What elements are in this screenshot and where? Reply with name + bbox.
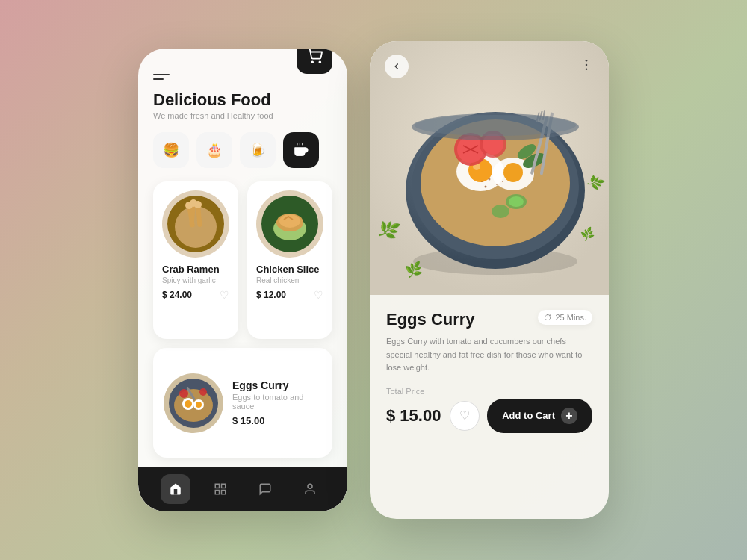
category-row: 🍔 🎂 🍺 [153, 132, 332, 168]
chicken-name: Chicken Slice [256, 264, 323, 275]
favorite-button[interactable]: ♡ [450, 401, 480, 431]
svg-point-64 [502, 181, 503, 182]
app-title: Delicious Food [153, 90, 332, 110]
food-card-eggs-curry[interactable]: Eggs Curry Eggs to tomato and sauce $ 15… [153, 348, 332, 458]
crab-ramen-desc: Spicy with garlic [162, 276, 229, 284]
add-to-cart-button[interactable]: Add to Cart + [487, 399, 592, 433]
app-subtitle: We made fresh and Healthy food [153, 111, 332, 120]
cat-food[interactable] [283, 132, 319, 168]
back-button[interactable] [385, 55, 409, 78]
clock-icon: ⏱ [544, 313, 552, 322]
eggs-curry-name: Eggs Curry [232, 379, 322, 391]
action-row: ♡ Add to Cart + [450, 399, 592, 433]
svg-point-32 [586, 59, 588, 61]
chicken-favorite[interactable]: ♡ [314, 289, 323, 301]
leaf-2: 🌿 [404, 260, 423, 279]
cat-cake[interactable]: 🎂 [196, 132, 232, 168]
left-phone: Delicious Food We made fresh and Healthy… [138, 49, 347, 511]
crab-ramen-footer: $ 24.00 ♡ [162, 289, 229, 301]
svg-point-61 [489, 178, 491, 181]
svg-point-65 [481, 181, 483, 182]
chicken-image [256, 190, 323, 258]
svg-point-52 [509, 196, 524, 207]
svg-point-0 [311, 61, 313, 63]
svg-point-34 [586, 68, 588, 70]
svg-rect-27 [215, 484, 219, 488]
svg-point-33 [586, 63, 588, 66]
svg-point-67 [415, 115, 576, 136]
svg-point-16 [279, 214, 300, 228]
cat-burger[interactable]: 🍔 [153, 132, 189, 168]
detail-title: Eggs Curry [386, 310, 475, 329]
eggs-curry-price: $ 15.00 [232, 415, 322, 426]
crab-ramen-favorite[interactable]: ♡ [220, 289, 229, 301]
svg-rect-28 [222, 484, 226, 488]
chicken-price: $ 12.00 [256, 290, 286, 300]
crab-ramen-name: Crab Ramen [162, 264, 229, 275]
food-card-chicken[interactable]: Chicken Slice Real chicken $ 12.00 ♡ [247, 181, 332, 339]
detail-description: Eggs Curry with tomato and cucumbers our… [386, 335, 592, 375]
svg-rect-29 [222, 491, 226, 494]
chicken-desc: Real chicken [256, 276, 323, 284]
svg-point-31 [308, 484, 312, 488]
svg-rect-30 [215, 491, 219, 494]
cart-button[interactable] [297, 49, 332, 74]
crab-ramen-price: $ 24.00 [162, 290, 192, 300]
right-phone: 🌿 🌿 🌿 🌿 Eggs Curry ⏱ 25 Mins. Eggs Curry… [370, 41, 609, 519]
nav-profile[interactable] [295, 474, 325, 504]
add-to-cart-label: Add to Cart [502, 410, 555, 421]
nav-orders[interactable] [205, 474, 235, 504]
menu-icon[interactable] [153, 74, 170, 80]
food-hero: 🌿 🌿 🌿 🌿 [370, 41, 609, 295]
total-label: Total Price [386, 387, 592, 396]
detail-title-row: Eggs Curry ⏱ 25 Mins. [386, 310, 592, 329]
plus-icon: + [561, 408, 577, 424]
nav-messages[interactable] [250, 474, 280, 504]
svg-point-6 [175, 206, 217, 248]
more-options-button[interactable] [579, 57, 594, 76]
svg-point-53 [492, 205, 509, 218]
svg-point-63 [485, 186, 487, 188]
time-badge: ⏱ 25 Mins. [538, 310, 592, 325]
crab-ramen-image [162, 190, 229, 258]
svg-point-12 [194, 201, 202, 208]
svg-point-24 [179, 389, 188, 398]
bottom-action: $ 15.00 ♡ Add to Cart + [386, 399, 592, 433]
eggs-curry-image [164, 373, 223, 433]
title-section: Delicious Food We made fresh and Healthy… [153, 90, 332, 120]
svg-point-23 [196, 402, 202, 408]
svg-point-21 [185, 400, 192, 408]
eggs-curry-info: Eggs Curry Eggs to tomato and sauce $ 15… [232, 379, 322, 426]
left-header [153, 74, 332, 80]
svg-point-1 [319, 61, 320, 63]
food-grid: Crab Ramen Spicy with garlic $ 24.00 ♡ C… [153, 181, 332, 458]
food-card-crab-ramen[interactable]: Crab Ramen Spicy with garlic $ 24.00 ♡ [153, 181, 238, 339]
bottom-nav [138, 467, 347, 511]
chicken-footer: $ 12.00 ♡ [256, 289, 323, 301]
eggs-curry-desc: Eggs to tomato and sauce [232, 393, 322, 411]
total-price: $ 15.00 [386, 406, 441, 426]
cat-beer[interactable]: 🍺 [240, 132, 276, 168]
svg-point-44 [503, 163, 523, 182]
right-content: Eggs Curry ⏱ 25 Mins. Eggs Curry with to… [370, 295, 609, 519]
nav-home[interactable] [161, 474, 190, 504]
time-value: 25 Mins. [555, 313, 586, 322]
right-header [370, 41, 609, 78]
svg-point-25 [199, 388, 207, 396]
svg-point-62 [496, 184, 498, 185]
